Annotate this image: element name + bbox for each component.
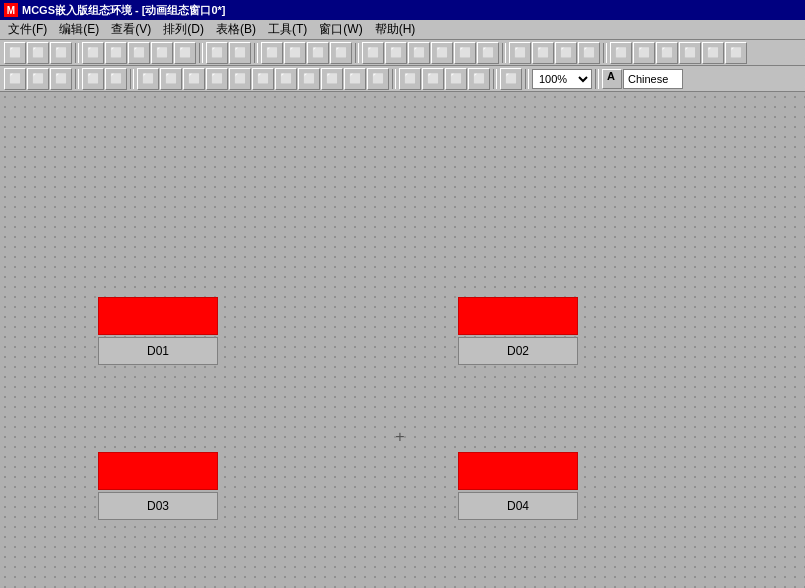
tb2-btn-19[interactable]: ⬜: [445, 68, 467, 90]
tb1-btn-22[interactable]: ⬜: [532, 42, 554, 64]
tb1-btn-13[interactable]: ⬜: [307, 42, 329, 64]
menu-tools[interactable]: 工具(T): [262, 19, 313, 40]
tb1-btn-25[interactable]: ⬜: [610, 42, 632, 64]
tb2-btn-15[interactable]: ⬜: [344, 68, 366, 90]
tb1-btn-20[interactable]: ⬜: [477, 42, 499, 64]
widget-d03[interactable]: D03: [98, 452, 218, 520]
tb1-btn-7[interactable]: ⬜: [151, 42, 173, 64]
tb1-btn-29[interactable]: ⬜: [702, 42, 724, 64]
tb1-btn-8[interactable]: ⬜: [174, 42, 196, 64]
d02-label: D02: [458, 337, 578, 365]
widget-d02[interactable]: D02: [458, 297, 578, 365]
widget-d01[interactable]: D01: [98, 297, 218, 365]
tb2-btn-16[interactable]: ⬜: [367, 68, 389, 90]
tb1-btn-1[interactable]: ⬜: [4, 42, 26, 64]
widget-d04[interactable]: D04: [458, 452, 578, 520]
tb2-btn-5[interactable]: ⬜: [105, 68, 127, 90]
tb2-btn-3[interactable]: ⬜: [50, 68, 72, 90]
lang-toggle-button[interactable]: A: [602, 69, 622, 89]
crosshair: +: [395, 428, 404, 446]
toolbar-1: ⬜ ⬜ ⬜ ⬜ ⬜ ⬜ ⬜ ⬜ ⬜ ⬜ ⬜ ⬜ ⬜ ⬜ ⬜ ⬜ ⬜ ⬜ ⬜ ⬜ …: [0, 40, 805, 66]
tb2-sep-1: [75, 69, 79, 89]
menu-edit[interactable]: 编辑(E): [53, 19, 105, 40]
d01-label: D01: [98, 337, 218, 365]
tb2-btn-14[interactable]: ⬜: [321, 68, 343, 90]
tb1-btn-28[interactable]: ⬜: [679, 42, 701, 64]
tb1-sep-3: [254, 43, 258, 63]
tb1-btn-4[interactable]: ⬜: [82, 42, 104, 64]
tb2-btn-4[interactable]: ⬜: [82, 68, 104, 90]
tb1-btn-26[interactable]: ⬜: [633, 42, 655, 64]
tb1-btn-23[interactable]: ⬜: [555, 42, 577, 64]
menu-file[interactable]: 文件(F): [2, 19, 53, 40]
tb1-btn-6[interactable]: ⬜: [128, 42, 150, 64]
tb1-btn-14[interactable]: ⬜: [330, 42, 352, 64]
tb2-btn-20[interactable]: ⬜: [468, 68, 490, 90]
tb1-sep-4: [355, 43, 359, 63]
tb1-btn-3[interactable]: ⬜: [50, 42, 72, 64]
d02-indicator: [458, 297, 578, 335]
tb2-sep-5: [525, 69, 529, 89]
tb2-btn-7[interactable]: ⬜: [160, 68, 182, 90]
tb2-btn-1[interactable]: ⬜: [4, 68, 26, 90]
tb1-btn-18[interactable]: ⬜: [431, 42, 453, 64]
menu-view[interactable]: 查看(V): [105, 19, 157, 40]
tb2-btn-10[interactable]: ⬜: [229, 68, 251, 90]
tb1-sep-5: [502, 43, 506, 63]
d04-label: D04: [458, 492, 578, 520]
tb1-btn-11[interactable]: ⬜: [261, 42, 283, 64]
d04-indicator: [458, 452, 578, 490]
lang-display: Chinese: [623, 69, 683, 89]
title-text: MCGS嵌入版组态环境 - [动画组态窗口0*]: [22, 3, 226, 18]
tb1-sep-2: [199, 43, 203, 63]
tb1-btn-15[interactable]: ⬜: [362, 42, 384, 64]
tb2-sep-2: [130, 69, 134, 89]
tb2-btn-8[interactable]: ⬜: [183, 68, 205, 90]
tb1-btn-5[interactable]: ⬜: [105, 42, 127, 64]
tb1-sep-1: [75, 43, 79, 63]
tb2-btn-6[interactable]: ⬜: [137, 68, 159, 90]
toolbar-2: ⬜ ⬜ ⬜ ⬜ ⬜ ⬜ ⬜ ⬜ ⬜ ⬜ ⬜ ⬜ ⬜ ⬜ ⬜ ⬜ ⬜ ⬜ ⬜ ⬜ …: [0, 66, 805, 92]
menu-window[interactable]: 窗口(W): [313, 19, 368, 40]
tb2-sep-3: [392, 69, 396, 89]
d01-indicator: [98, 297, 218, 335]
tb1-btn-24[interactable]: ⬜: [578, 42, 600, 64]
zoom-select[interactable]: 50% 75% 100% 150% 200%: [532, 69, 592, 89]
tb1-btn-30[interactable]: ⬜: [725, 42, 747, 64]
d03-indicator: [98, 452, 218, 490]
tb2-btn-13[interactable]: ⬜: [298, 68, 320, 90]
tb1-btn-9[interactable]: ⬜: [206, 42, 228, 64]
menu-bar: 文件(F) 编辑(E) 查看(V) 排列(D) 表格(B) 工具(T) 窗口(W…: [0, 20, 805, 40]
tb2-btn-21[interactable]: ⬜: [500, 68, 522, 90]
tb1-btn-27[interactable]: ⬜: [656, 42, 678, 64]
menu-help[interactable]: 帮助(H): [369, 19, 422, 40]
d03-label: D03: [98, 492, 218, 520]
tb2-btn-9[interactable]: ⬜: [206, 68, 228, 90]
title-bar: M MCGS嵌入版组态环境 - [动画组态窗口0*]: [0, 0, 805, 20]
menu-arrange[interactable]: 排列(D): [157, 19, 210, 40]
app-icon: M: [4, 3, 18, 17]
tb2-btn-2[interactable]: ⬜: [27, 68, 49, 90]
canvas-area[interactable]: + D01 D02 D03 D04: [0, 92, 805, 588]
tb1-btn-21[interactable]: ⬜: [509, 42, 531, 64]
tb2-btn-18[interactable]: ⬜: [422, 68, 444, 90]
tb1-btn-10[interactable]: ⬜: [229, 42, 251, 64]
tb2-btn-12[interactable]: ⬜: [275, 68, 297, 90]
menu-table[interactable]: 表格(B): [210, 19, 262, 40]
tb2-sep-6: [595, 69, 599, 89]
tb2-btn-17[interactable]: ⬜: [399, 68, 421, 90]
tb1-btn-2[interactable]: ⬜: [27, 42, 49, 64]
tb1-btn-16[interactable]: ⬜: [385, 42, 407, 64]
tb2-btn-11[interactable]: ⬜: [252, 68, 274, 90]
tb1-btn-19[interactable]: ⬜: [454, 42, 476, 64]
tb1-btn-12[interactable]: ⬜: [284, 42, 306, 64]
tb1-btn-17[interactable]: ⬜: [408, 42, 430, 64]
tb1-sep-6: [603, 43, 607, 63]
tb2-sep-4: [493, 69, 497, 89]
